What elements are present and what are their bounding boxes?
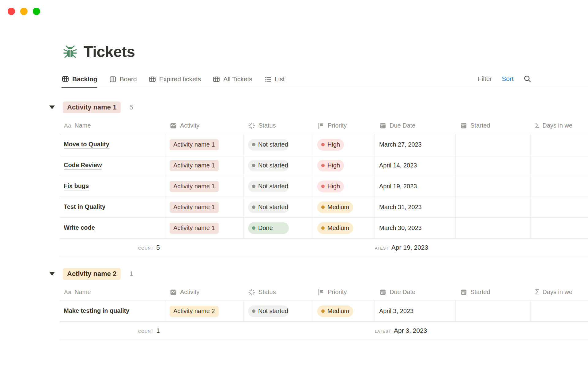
- status-badge[interactable]: Not started: [248, 201, 289, 213]
- status-badge[interactable]: Not started: [248, 139, 289, 151]
- tab-label: List: [275, 75, 285, 83]
- status-badge[interactable]: Done: [248, 222, 289, 234]
- filter-button[interactable]: Filter: [478, 75, 492, 82]
- days-cell[interactable]: [531, 197, 588, 217]
- tab-list[interactable]: List: [264, 75, 285, 88]
- column-header-activity[interactable]: Activity: [165, 289, 244, 296]
- started-cell[interactable]: [456, 301, 531, 321]
- ticket-name-link[interactable]: Write code: [64, 224, 95, 232]
- tab-all-tickets[interactable]: All Tickets: [213, 75, 252, 88]
- days-cell[interactable]: [531, 155, 588, 176]
- close-button[interactable]: [8, 8, 15, 15]
- status-badge[interactable]: Not started: [248, 305, 289, 317]
- column-header-activity[interactable]: Activity: [165, 122, 244, 129]
- ticket-name-link[interactable]: Make testing in quality: [64, 307, 129, 315]
- due-date-cell[interactable]: April 14, 2023: [379, 162, 417, 169]
- days-cell[interactable]: [531, 176, 588, 197]
- column-label: Priority: [328, 289, 347, 296]
- tab-backlog[interactable]: Backlog: [62, 75, 97, 88]
- priority-badge[interactable]: High: [317, 139, 344, 151]
- ticket-name-link[interactable]: Move to Quality: [64, 141, 109, 149]
- status-dot-icon: [252, 226, 255, 230]
- sigma-icon: Σ: [535, 288, 539, 296]
- tab-expired-tickets[interactable]: Expired tickets: [149, 75, 201, 88]
- count-value: 5: [156, 244, 160, 251]
- column-header-started[interactable]: Started: [456, 122, 531, 129]
- minimize-button[interactable]: [20, 8, 28, 15]
- priority-dot-icon: [321, 226, 325, 230]
- activity-tag[interactable]: Activity name 1: [170, 160, 219, 171]
- group-name-badge[interactable]: Activity name 1: [63, 102, 121, 113]
- column-header-days-in-we[interactable]: ΣDays in we: [531, 288, 588, 296]
- priority-badge[interactable]: High: [317, 160, 344, 171]
- ticket-name-link[interactable]: Test in Quality: [64, 203, 105, 211]
- due-date-cell[interactable]: April 3, 2023: [379, 308, 413, 315]
- group-table: AaNameActivityStatusPriorityDue DateStar…: [60, 117, 588, 256]
- latest-aggregate[interactable]: ATEST Apr 19, 2023: [375, 244, 456, 251]
- activity-tag[interactable]: Activity name 2: [170, 306, 219, 317]
- status-badge[interactable]: Not started: [248, 160, 289, 171]
- sort-button[interactable]: Sort: [502, 75, 514, 82]
- due-date-cell[interactable]: March 31, 2023: [379, 204, 422, 211]
- group-name-badge[interactable]: Activity name 2: [63, 268, 121, 280]
- priority-dot-icon: [321, 205, 325, 209]
- started-cell[interactable]: [456, 134, 531, 155]
- priority-badge[interactable]: High: [317, 181, 344, 192]
- sigma-icon: Σ: [535, 121, 539, 130]
- collapse-toggle-icon[interactable]: [49, 272, 55, 276]
- status-dot-icon: [252, 309, 255, 313]
- table-icon: [62, 75, 69, 83]
- page-header: Tickets: [60, 0, 588, 61]
- started-cell[interactable]: [456, 218, 531, 238]
- column-header-priority[interactable]: Priority: [313, 289, 375, 296]
- group-count: 5: [129, 103, 133, 111]
- column-header-started[interactable]: Started: [456, 289, 531, 296]
- zoom-button[interactable]: [33, 8, 40, 15]
- latest-aggregate[interactable]: LATEST Apr 3, 2023: [375, 327, 456, 334]
- search-icon[interactable]: [523, 75, 531, 83]
- page-title: Tickets: [84, 43, 135, 61]
- activity-icon: [170, 289, 177, 296]
- calendar-icon: [460, 122, 467, 129]
- column-header-due-date[interactable]: Due Date: [375, 289, 456, 296]
- column-header-name[interactable]: AaName: [60, 122, 165, 129]
- count-label: COUNT: [138, 246, 153, 251]
- due-date-cell[interactable]: March 30, 2023: [379, 224, 422, 232]
- column-header-priority[interactable]: Priority: [313, 122, 375, 129]
- count-aggregate[interactable]: COUNT 5: [60, 244, 165, 251]
- calendar-icon: [379, 289, 386, 296]
- app-window: Tickets BacklogBoardExpired ticketsAll T…: [0, 0, 588, 339]
- days-cell[interactable]: [531, 218, 588, 238]
- priority-badge[interactable]: Medium: [317, 305, 353, 317]
- started-cell[interactable]: [456, 155, 531, 176]
- tab-board[interactable]: Board: [109, 75, 137, 88]
- column-header-status[interactable]: Status: [244, 122, 313, 129]
- days-cell[interactable]: [531, 134, 588, 155]
- collapse-toggle-icon[interactable]: [49, 105, 55, 109]
- table-rows: Make testing in quality Activity name 2 …: [60, 301, 588, 322]
- activity-tag[interactable]: Activity name 1: [170, 202, 219, 213]
- priority-badge[interactable]: Medium: [317, 222, 353, 234]
- due-date-cell[interactable]: April 19, 2023: [379, 183, 417, 190]
- started-cell[interactable]: [456, 197, 531, 217]
- status-badge[interactable]: Not started: [248, 181, 289, 192]
- column-header-due-date[interactable]: Due Date: [375, 122, 456, 129]
- priority-badge[interactable]: Medium: [317, 201, 353, 213]
- count-aggregate[interactable]: COUNT 1: [60, 327, 165, 334]
- activity-tag[interactable]: Activity name 1: [170, 223, 219, 234]
- activity-tag[interactable]: Activity name 1: [170, 181, 219, 192]
- column-header-days-in-we[interactable]: ΣDays in we: [531, 121, 588, 130]
- days-cell[interactable]: [531, 301, 588, 321]
- view-tab-bar: BacklogBoardExpired ticketsAll TicketsLi…: [60, 75, 588, 88]
- column-header-status[interactable]: Status: [244, 289, 313, 296]
- column-label: Name: [74, 122, 91, 129]
- table-footer-row: COUNT 1 LATEST Apr 3, 2023: [60, 322, 588, 339]
- table-row: Make testing in quality Activity name 2 …: [60, 301, 588, 322]
- ticket-name-link[interactable]: Fix bugs: [64, 182, 89, 190]
- ticket-name-link[interactable]: Code Review: [64, 162, 102, 170]
- column-header-name[interactable]: AaName: [60, 289, 165, 296]
- started-cell[interactable]: [456, 176, 531, 197]
- due-date-cell[interactable]: March 27, 2023: [379, 141, 422, 148]
- activity-tag[interactable]: Activity name 1: [170, 139, 219, 150]
- column-label: Days in we: [542, 122, 572, 129]
